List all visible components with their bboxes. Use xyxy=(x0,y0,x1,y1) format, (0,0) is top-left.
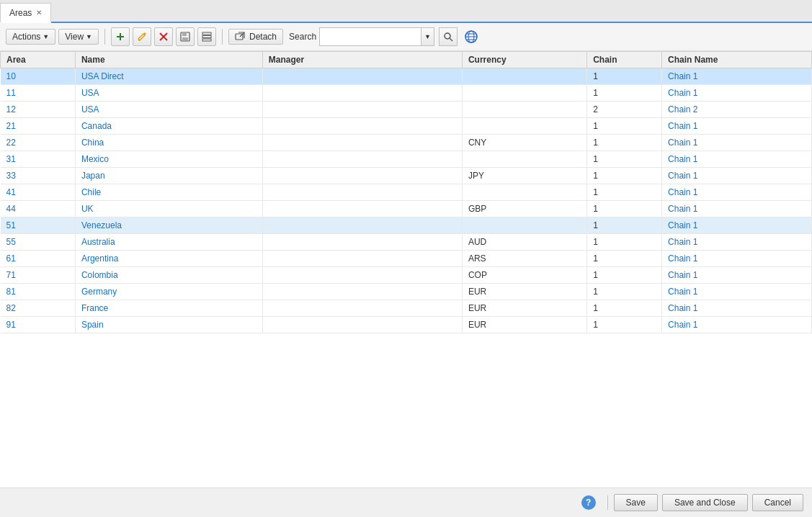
area-link[interactable]: 55 xyxy=(6,237,16,247)
chainname-link[interactable]: Chain 1 xyxy=(668,71,697,81)
chainname-link[interactable]: Chain 1 xyxy=(668,303,697,313)
name-link[interactable]: Colombia xyxy=(81,270,118,280)
chainname-link[interactable]: Chain 1 xyxy=(668,154,697,164)
name-link[interactable]: China xyxy=(81,138,104,148)
table-row[interactable]: 61ArgentinaARS1Chain 1 xyxy=(1,251,812,267)
actions-button[interactable]: Actions ▼ xyxy=(6,29,55,45)
area-link[interactable]: 71 xyxy=(6,270,16,280)
name-link[interactable]: Germany xyxy=(81,287,117,297)
cell-name: China xyxy=(75,135,262,151)
name-link[interactable]: Argentina xyxy=(81,253,118,264)
search-dropdown-button[interactable]: ▼ xyxy=(421,28,434,45)
save-close-button[interactable]: Save and Close xyxy=(662,494,748,511)
name-link[interactable]: Japan xyxy=(81,171,105,181)
table-scroll[interactable]: Area Name Manager Currency Chain Chain N… xyxy=(0,51,812,487)
area-link[interactable]: 51 xyxy=(6,220,16,230)
chainname-link[interactable]: Chain 1 xyxy=(668,220,697,230)
cell-chainname: Chain 1 xyxy=(662,68,812,85)
cancel-button[interactable]: Cancel xyxy=(752,494,803,511)
table-row[interactable]: 44UKGBP1Chain 1 xyxy=(1,201,812,217)
detach-button[interactable]: Detach xyxy=(228,29,283,45)
chainname-link[interactable]: Chain 1 xyxy=(668,138,697,148)
area-link[interactable]: 41 xyxy=(6,187,16,197)
multi-edit-button[interactable] xyxy=(197,27,216,46)
area-link[interactable]: 61 xyxy=(6,253,16,264)
area-link[interactable]: 22 xyxy=(6,138,16,148)
cell-manager xyxy=(262,317,462,333)
chainname-link[interactable]: Chain 1 xyxy=(668,121,697,131)
tab-areas[interactable]: Areas ✕ xyxy=(0,3,51,23)
col-header-chain[interactable]: Chain xyxy=(587,52,662,68)
name-link[interactable]: Spain xyxy=(81,320,104,330)
name-link[interactable]: France xyxy=(81,303,108,313)
chainname-link[interactable]: Chain 1 xyxy=(668,171,697,181)
name-link[interactable]: Venezuela xyxy=(81,220,122,230)
search-input[interactable] xyxy=(320,30,421,43)
name-link[interactable]: Mexico xyxy=(81,154,109,164)
add-button[interactable] xyxy=(111,27,130,46)
area-link[interactable]: 81 xyxy=(6,287,16,297)
view-chevron-icon: ▼ xyxy=(86,33,92,40)
view-button[interactable]: View ▼ xyxy=(58,29,99,45)
table-row[interactable]: 71ColombiaCOP1Chain 1 xyxy=(1,267,812,284)
table-row[interactable]: 51Venezuela1Chain 1 xyxy=(1,217,812,234)
chainname-link[interactable]: Chain 1 xyxy=(668,237,697,247)
area-link[interactable]: 82 xyxy=(6,303,16,313)
area-link[interactable]: 10 xyxy=(6,71,16,81)
table-row[interactable]: 41Chile1Chain 1 xyxy=(1,184,812,201)
chainname-link[interactable]: Chain 1 xyxy=(668,287,697,297)
name-link[interactable]: USA xyxy=(81,88,99,98)
cell-currency: EUR xyxy=(462,284,586,300)
col-header-chainname[interactable]: Chain Name xyxy=(662,52,812,68)
table-row[interactable]: 91SpainEUR1Chain 1 xyxy=(1,317,812,333)
save-row-button[interactable] xyxy=(176,27,195,46)
area-link[interactable]: 91 xyxy=(6,320,16,330)
chainname-link[interactable]: Chain 1 xyxy=(668,204,697,214)
table-row[interactable]: 22ChinaCNY1Chain 1 xyxy=(1,135,812,151)
table-row[interactable]: 33JapanJPY1Chain 1 xyxy=(1,168,812,184)
name-link[interactable]: USA Direct xyxy=(81,71,124,81)
table-row[interactable]: 81GermanyEUR1Chain 1 xyxy=(1,284,812,300)
area-link[interactable]: 33 xyxy=(6,171,16,181)
area-link[interactable]: 21 xyxy=(6,121,16,131)
chainname-link[interactable]: Chain 1 xyxy=(668,88,697,98)
edit-button[interactable] xyxy=(133,27,151,46)
name-link[interactable]: Chile xyxy=(81,187,101,197)
chainname-link[interactable]: Chain 1 xyxy=(668,187,697,197)
col-header-currency[interactable]: Currency xyxy=(462,52,586,68)
cell-chain: 1 xyxy=(587,217,662,234)
cell-chain: 1 xyxy=(587,168,662,184)
cell-chainname: Chain 1 xyxy=(662,118,812,135)
area-link[interactable]: 12 xyxy=(6,104,16,114)
table-row[interactable]: 12USA2Chain 2 xyxy=(1,102,812,118)
table-row[interactable]: 11USA1Chain 1 xyxy=(1,85,812,102)
toolbar: Actions ▼ View ▼ xyxy=(0,23,812,51)
name-link[interactable]: Canada xyxy=(81,121,112,131)
col-header-name[interactable]: Name xyxy=(75,52,262,68)
cell-currency: COP xyxy=(462,267,586,284)
cell-manager xyxy=(262,234,462,251)
search-go-button[interactable] xyxy=(439,27,458,46)
name-link[interactable]: USA xyxy=(81,104,99,114)
table-row[interactable]: 10USA Direct1Chain 1 xyxy=(1,68,812,85)
table-row[interactable]: 55AustraliaAUD1Chain 1 xyxy=(1,234,812,251)
table-row[interactable]: 82FranceEUR1Chain 1 xyxy=(1,300,812,317)
area-link[interactable]: 44 xyxy=(6,204,16,214)
save-button[interactable]: Save xyxy=(614,494,658,511)
tab-close-icon[interactable]: ✕ xyxy=(36,9,42,17)
area-link[interactable]: 31 xyxy=(6,154,16,164)
table-row[interactable]: 31Mexico1Chain 1 xyxy=(1,151,812,168)
delete-button[interactable] xyxy=(154,27,173,46)
chainname-link[interactable]: Chain 1 xyxy=(668,270,697,280)
chainname-link[interactable]: Chain 1 xyxy=(668,320,697,330)
col-header-area[interactable]: Area xyxy=(1,52,76,68)
name-link[interactable]: UK xyxy=(81,204,94,214)
chainname-link[interactable]: Chain 1 xyxy=(668,253,697,264)
globe-button[interactable] xyxy=(462,27,481,46)
help-button[interactable]: ? xyxy=(581,495,596,510)
col-header-manager[interactable]: Manager xyxy=(262,52,462,68)
name-link[interactable]: Australia xyxy=(81,237,115,247)
chainname-link[interactable]: Chain 2 xyxy=(668,104,697,114)
area-link[interactable]: 11 xyxy=(6,88,16,98)
table-row[interactable]: 21Canada1Chain 1 xyxy=(1,118,812,135)
